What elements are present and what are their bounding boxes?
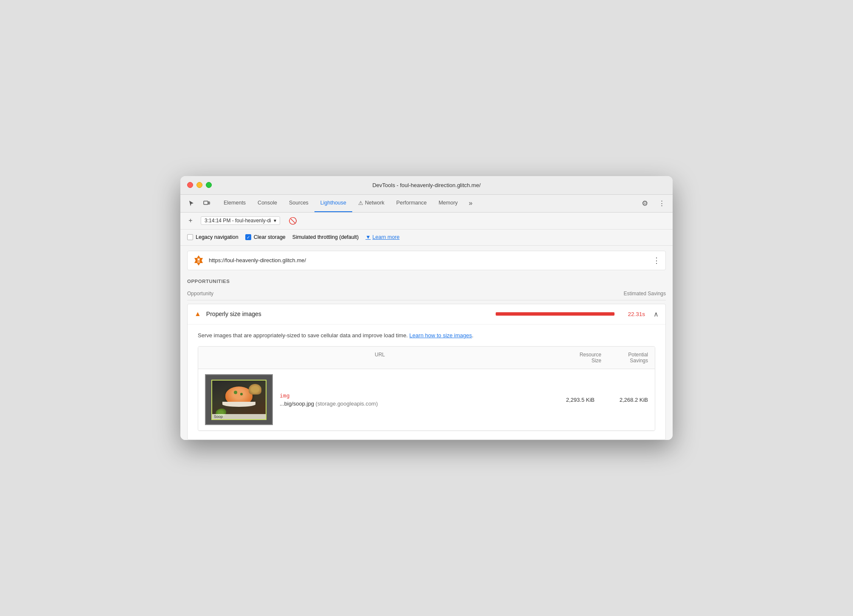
- opportunity-header-row: ▲ Properly size images 22.31s ∧: [188, 304, 665, 324]
- opportunities-table-header: Opportunity Estimated Savings: [187, 289, 666, 300]
- title-bar: DevTools - foul-heavenly-direction.glitc…: [180, 176, 673, 195]
- image-caption: Soop: [212, 414, 266, 419]
- delete-session-button[interactable]: 🚫: [289, 217, 297, 225]
- legacy-navigation-group: Legacy navigation: [187, 234, 239, 240]
- throttling-group: Simulated throttling (default): [292, 234, 359, 240]
- clear-storage-label: Clear storage: [254, 234, 286, 240]
- col-savings: Estimated Savings: [624, 291, 666, 297]
- svg-rect-1: [208, 202, 210, 204]
- network-warning-icon: ⚠: [358, 200, 363, 206]
- warning-triangle-icon: ▲: [194, 310, 201, 318]
- cursor-icon[interactable]: [185, 197, 197, 209]
- window-title: DevTools - foul-heavenly-direction.glitc…: [187, 182, 666, 188]
- opportunities-header: OPPORTUNITIES: [187, 275, 666, 289]
- collapse-button[interactable]: ∧: [654, 310, 659, 318]
- col-potential-savings: PotentialSavings: [601, 352, 648, 364]
- throttling-label: Simulated throttling (default): [292, 234, 359, 240]
- url-menu-button[interactable]: ⋮: [653, 256, 660, 265]
- tab-lighthouse[interactable]: Lighthouse: [314, 194, 352, 212]
- learn-more-link[interactable]: ▼ Learn more: [365, 234, 399, 240]
- opportunity-title: Properly size images: [206, 311, 487, 317]
- tab-actions: ⚙ ⋮: [639, 197, 668, 209]
- tab-console[interactable]: Console: [252, 194, 283, 212]
- resource-tag: img: [280, 392, 541, 399]
- clear-storage-checkbox[interactable]: [245, 234, 251, 240]
- legacy-navigation-checkbox[interactable]: [187, 234, 193, 240]
- learn-how-link[interactable]: Learn how to size images: [410, 332, 472, 339]
- add-session-button[interactable]: +: [185, 216, 196, 226]
- svg-rect-0: [204, 201, 208, 204]
- clear-storage-group: Clear storage: [245, 234, 286, 240]
- table-row: Soop img ...big/soop.jpg (storage.google…: [198, 369, 655, 431]
- tab-performance[interactable]: Performance: [390, 194, 433, 212]
- col-resource-size: ResourceSize: [555, 352, 601, 364]
- traffic-lights: [187, 182, 212, 188]
- image-cell: Soop: [205, 374, 273, 425]
- savings-value: 22.31s: [620, 311, 645, 317]
- url-cell: img ...big/soop.jpg (storage.googleapis.…: [280, 392, 541, 407]
- session-dropdown-icon: ▾: [274, 218, 276, 224]
- close-button[interactable]: [187, 182, 193, 188]
- tab-sources[interactable]: Sources: [283, 194, 314, 212]
- minimize-button[interactable]: [196, 182, 202, 188]
- session-label: 3:14:14 PM - foul-heavenly-di: [205, 218, 271, 224]
- resource-size-cell: 2,293.5 KiB: [548, 397, 595, 403]
- svg-rect-4: [198, 259, 199, 260]
- opportunity-detail: Serve images that are appropriately-size…: [188, 324, 665, 440]
- savings-bar: [496, 312, 614, 316]
- tab-elements[interactable]: Elements: [218, 194, 252, 212]
- lighthouse-logo-icon: [193, 255, 205, 266]
- settings-button[interactable]: ⚙: [639, 197, 651, 209]
- col-url: URL: [205, 352, 555, 364]
- session-selector[interactable]: 3:14:14 PM - foul-heavenly-di ▾: [201, 216, 280, 225]
- more-tabs-button[interactable]: »: [466, 199, 476, 207]
- svg-rect-3: [197, 258, 200, 263]
- opportunities-section: OPPORTUNITIES Opportunity Estimated Savi…: [180, 275, 673, 440]
- audit-url: https://foul-heavenly-direction.glitch.m…: [209, 257, 648, 263]
- potential-savings-cell: 2,268.2 KiB: [601, 397, 648, 403]
- detail-table: URL ResourceSize PotentialSavings: [198, 346, 655, 431]
- detail-description: Serve images that are appropriately-size…: [198, 331, 655, 340]
- devtools-menu-button[interactable]: ⋮: [656, 197, 668, 209]
- url-bar: https://foul-heavenly-direction.glitch.m…: [187, 251, 666, 270]
- options-bar: Legacy navigation Clear storage Simulate…: [180, 230, 673, 246]
- savings-bar-container: 22.31s: [492, 311, 645, 317]
- maximize-button[interactable]: [206, 182, 212, 188]
- devtools-window: DevTools - foul-heavenly-direction.glitc…: [180, 176, 673, 440]
- opportunity-item-properly-size-images: ▲ Properly size images 22.31s ∧ Serve im…: [187, 304, 666, 440]
- tab-memory[interactable]: Memory: [432, 194, 463, 212]
- dropdown-arrow-icon: ▼: [365, 234, 370, 240]
- content-area: https://foul-heavenly-direction.glitch.m…: [180, 251, 673, 440]
- legacy-navigation-label: Legacy navigation: [196, 234, 239, 240]
- col-opportunity: Opportunity: [187, 291, 624, 297]
- resource-image-preview: Soop: [205, 374, 273, 425]
- device-toolbar-icon[interactable]: [201, 197, 213, 209]
- resource-url: ...big/soop.jpg (storage.googleapis.com): [280, 400, 541, 407]
- tab-network[interactable]: ⚠ Network: [352, 194, 390, 212]
- toolbar: + 3:14:14 PM - foul-heavenly-di ▾ 🚫: [180, 213, 673, 230]
- tab-icon-group: [185, 197, 213, 209]
- tab-bar: Elements Console Sources Lighthouse ⚠ Ne…: [180, 195, 673, 213]
- detail-table-header: URL ResourceSize PotentialSavings: [198, 347, 655, 369]
